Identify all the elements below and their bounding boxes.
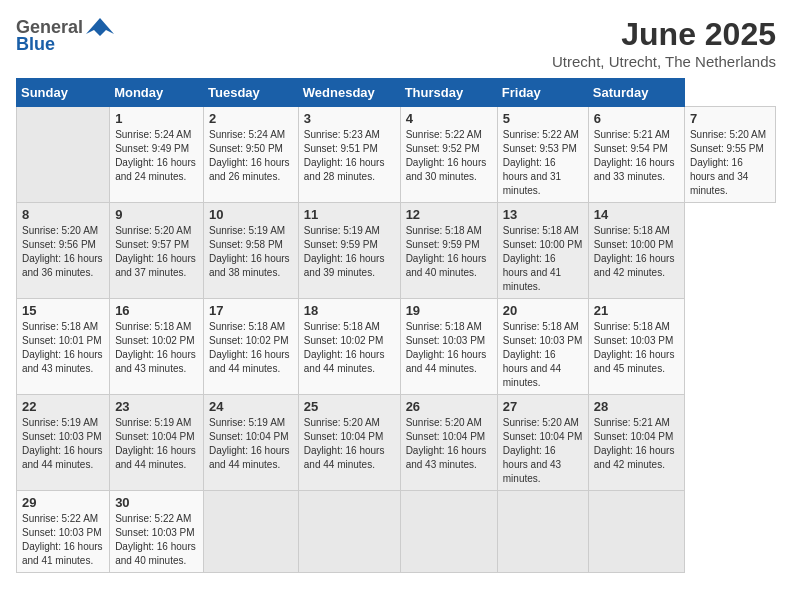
table-row: 1Sunrise: 5:24 AMSunset: 9:49 PMDaylight… xyxy=(110,107,204,203)
table-row xyxy=(588,491,684,573)
day-info: Sunrise: 5:18 AMSunset: 10:03 PMDaylight… xyxy=(594,320,679,376)
day-info: Sunrise: 5:19 AMSunset: 10:04 PMDaylight… xyxy=(209,416,293,472)
calendar-table: Sunday Monday Tuesday Wednesday Thursday… xyxy=(16,78,776,573)
day-info: Sunrise: 5:20 AMSunset: 10:04 PMDaylight… xyxy=(406,416,492,472)
location-subtitle: Utrecht, Utrecht, The Netherlands xyxy=(552,53,776,70)
day-info: Sunrise: 5:19 AMSunset: 10:03 PMDaylight… xyxy=(22,416,104,472)
day-info: Sunrise: 5:18 AMSunset: 10:02 PMDaylight… xyxy=(115,320,198,376)
table-row: 25Sunrise: 5:20 AMSunset: 10:04 PMDaylig… xyxy=(298,395,400,491)
day-number: 10 xyxy=(209,207,293,222)
logo-blue-text: Blue xyxy=(16,34,55,55)
day-info: Sunrise: 5:20 AMSunset: 9:56 PMDaylight:… xyxy=(22,224,104,280)
day-number: 9 xyxy=(115,207,198,222)
day-info: Sunrise: 5:20 AMSunset: 10:04 PMDaylight… xyxy=(503,416,583,486)
day-info: Sunrise: 5:23 AMSunset: 9:51 PMDaylight:… xyxy=(304,128,395,184)
table-row: 4Sunrise: 5:22 AMSunset: 9:52 PMDaylight… xyxy=(400,107,497,203)
day-info: Sunrise: 5:19 AMSunset: 10:04 PMDaylight… xyxy=(115,416,198,472)
day-info: Sunrise: 5:18 AMSunset: 10:00 PMDaylight… xyxy=(594,224,679,280)
day-number: 22 xyxy=(22,399,104,414)
day-number: 1 xyxy=(115,111,198,126)
day-number: 26 xyxy=(406,399,492,414)
table-row: 26Sunrise: 5:20 AMSunset: 10:04 PMDaylig… xyxy=(400,395,497,491)
day-number: 15 xyxy=(22,303,104,318)
table-row: 15Sunrise: 5:18 AMSunset: 10:01 PMDaylig… xyxy=(17,299,110,395)
table-row: 2Sunrise: 5:24 AMSunset: 9:50 PMDaylight… xyxy=(204,107,299,203)
table-row xyxy=(298,491,400,573)
table-row: 30Sunrise: 5:22 AMSunset: 10:03 PMDaylig… xyxy=(110,491,204,573)
day-info: Sunrise: 5:22 AMSunset: 10:03 PMDaylight… xyxy=(22,512,104,568)
day-number: 21 xyxy=(594,303,679,318)
header-monday: Monday xyxy=(110,79,204,107)
table-row: 14Sunrise: 5:18 AMSunset: 10:00 PMDaylig… xyxy=(588,203,684,299)
day-info: Sunrise: 5:18 AMSunset: 9:59 PMDaylight:… xyxy=(406,224,492,280)
day-number: 23 xyxy=(115,399,198,414)
day-number: 3 xyxy=(304,111,395,126)
day-number: 18 xyxy=(304,303,395,318)
table-row: 27Sunrise: 5:20 AMSunset: 10:04 PMDaylig… xyxy=(497,395,588,491)
table-row xyxy=(17,107,110,203)
day-info: Sunrise: 5:20 AMSunset: 10:04 PMDaylight… xyxy=(304,416,395,472)
day-number: 28 xyxy=(594,399,679,414)
day-number: 19 xyxy=(406,303,492,318)
table-row: 24Sunrise: 5:19 AMSunset: 10:04 PMDaylig… xyxy=(204,395,299,491)
table-row: 17Sunrise: 5:18 AMSunset: 10:02 PMDaylig… xyxy=(204,299,299,395)
table-row: 11Sunrise: 5:19 AMSunset: 9:59 PMDayligh… xyxy=(298,203,400,299)
day-info: Sunrise: 5:19 AMSunset: 9:59 PMDaylight:… xyxy=(304,224,395,280)
day-info: Sunrise: 5:22 AMSunset: 9:52 PMDaylight:… xyxy=(406,128,492,184)
table-row: 21Sunrise: 5:18 AMSunset: 10:03 PMDaylig… xyxy=(588,299,684,395)
table-row: 8Sunrise: 5:20 AMSunset: 9:56 PMDaylight… xyxy=(17,203,110,299)
day-number: 5 xyxy=(503,111,583,126)
day-info: Sunrise: 5:18 AMSunset: 10:01 PMDaylight… xyxy=(22,320,104,376)
table-row xyxy=(400,491,497,573)
day-number: 24 xyxy=(209,399,293,414)
day-number: 11 xyxy=(304,207,395,222)
table-row: 10Sunrise: 5:19 AMSunset: 9:58 PMDayligh… xyxy=(204,203,299,299)
day-number: 7 xyxy=(690,111,770,126)
table-row: 13Sunrise: 5:18 AMSunset: 10:00 PMDaylig… xyxy=(497,203,588,299)
day-number: 13 xyxy=(503,207,583,222)
day-info: Sunrise: 5:18 AMSunset: 10:02 PMDaylight… xyxy=(304,320,395,376)
table-row: 7Sunrise: 5:20 AMSunset: 9:55 PMDaylight… xyxy=(684,107,775,203)
svg-marker-0 xyxy=(86,18,114,36)
table-row: 9Sunrise: 5:20 AMSunset: 9:57 PMDaylight… xyxy=(110,203,204,299)
day-info: Sunrise: 5:18 AMSunset: 10:00 PMDaylight… xyxy=(503,224,583,294)
calendar-week-row: 15Sunrise: 5:18 AMSunset: 10:01 PMDaylig… xyxy=(17,299,776,395)
day-info: Sunrise: 5:21 AMSunset: 9:54 PMDaylight:… xyxy=(594,128,679,184)
table-row: 22Sunrise: 5:19 AMSunset: 10:03 PMDaylig… xyxy=(17,395,110,491)
calendar-week-row: 1Sunrise: 5:24 AMSunset: 9:49 PMDaylight… xyxy=(17,107,776,203)
day-number: 14 xyxy=(594,207,679,222)
day-number: 17 xyxy=(209,303,293,318)
day-number: 4 xyxy=(406,111,492,126)
logo: General Blue xyxy=(16,16,114,55)
day-info: Sunrise: 5:22 AMSunset: 10:03 PMDaylight… xyxy=(115,512,198,568)
header-thursday: Thursday xyxy=(400,79,497,107)
day-number: 30 xyxy=(115,495,198,510)
table-row: 20Sunrise: 5:18 AMSunset: 10:03 PMDaylig… xyxy=(497,299,588,395)
table-row xyxy=(497,491,588,573)
table-row xyxy=(204,491,299,573)
day-info: Sunrise: 5:24 AMSunset: 9:50 PMDaylight:… xyxy=(209,128,293,184)
month-title: June 2025 xyxy=(552,16,776,53)
title-section: June 2025 Utrecht, Utrecht, The Netherla… xyxy=(552,16,776,70)
day-number: 2 xyxy=(209,111,293,126)
day-number: 8 xyxy=(22,207,104,222)
calendar-week-row: 8Sunrise: 5:20 AMSunset: 9:56 PMDaylight… xyxy=(17,203,776,299)
day-number: 16 xyxy=(115,303,198,318)
logo-bird-icon xyxy=(86,16,114,38)
table-row: 23Sunrise: 5:19 AMSunset: 10:04 PMDaylig… xyxy=(110,395,204,491)
day-info: Sunrise: 5:21 AMSunset: 10:04 PMDaylight… xyxy=(594,416,679,472)
day-number: 25 xyxy=(304,399,395,414)
day-info: Sunrise: 5:22 AMSunset: 9:53 PMDaylight:… xyxy=(503,128,583,198)
header-friday: Friday xyxy=(497,79,588,107)
header-sunday: Sunday xyxy=(17,79,110,107)
table-row: 12Sunrise: 5:18 AMSunset: 9:59 PMDayligh… xyxy=(400,203,497,299)
day-info: Sunrise: 5:20 AMSunset: 9:55 PMDaylight:… xyxy=(690,128,770,198)
day-info: Sunrise: 5:20 AMSunset: 9:57 PMDaylight:… xyxy=(115,224,198,280)
calendar-week-row: 29Sunrise: 5:22 AMSunset: 10:03 PMDaylig… xyxy=(17,491,776,573)
day-number: 6 xyxy=(594,111,679,126)
day-info: Sunrise: 5:18 AMSunset: 10:03 PMDaylight… xyxy=(406,320,492,376)
day-number: 12 xyxy=(406,207,492,222)
header-tuesday: Tuesday xyxy=(204,79,299,107)
table-row: 16Sunrise: 5:18 AMSunset: 10:02 PMDaylig… xyxy=(110,299,204,395)
table-row: 28Sunrise: 5:21 AMSunset: 10:04 PMDaylig… xyxy=(588,395,684,491)
